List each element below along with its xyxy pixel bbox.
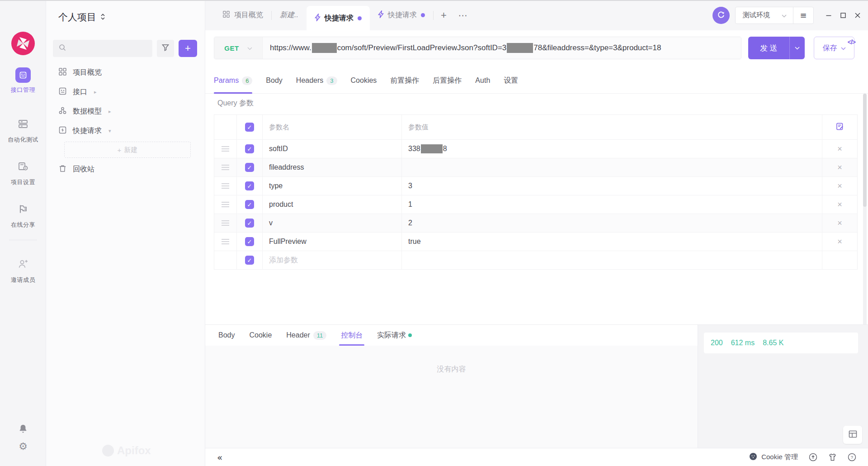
cookie-icon <box>749 452 757 462</box>
tab-response-header[interactable]: Header 11 <box>286 325 326 346</box>
param-name-cell[interactable]: type <box>263 177 402 195</box>
sidebar-item-data-models[interactable]: 数据模型 ▸ <box>46 102 205 121</box>
rail-item-automation-test[interactable]: 自动化测试 <box>0 117 46 144</box>
param-value-cell[interactable]: 1 <box>402 195 822 214</box>
environment-select[interactable]: 测试环境 <box>736 7 793 24</box>
param-name-cell[interactable]: softID <box>263 140 402 158</box>
row-checkbox[interactable]: ✓ <box>245 256 254 265</box>
maximize-button[interactable] <box>839 11 847 19</box>
param-name-cell[interactable]: FullPreview <box>263 233 402 251</box>
rail-item-online-share[interactable]: 在线分享 <box>0 202 46 229</box>
sidebar-item-apis[interactable]: 接口 ▸ <box>46 82 205 102</box>
close-button[interactable] <box>854 11 862 19</box>
drag-handle[interactable] <box>214 214 237 232</box>
param-value-cell[interactable]: true <box>402 233 822 251</box>
tab-headers[interactable]: Headers 3 <box>296 68 337 93</box>
tab-new[interactable]: 新建.. <box>272 0 307 30</box>
add-new-button[interactable]: + <box>179 40 197 57</box>
tab-cookies[interactable]: Cookies <box>351 68 377 93</box>
drag-handle[interactable] <box>214 233 237 251</box>
param-name-cell[interactable]: v <box>263 214 402 232</box>
tab-actual-request[interactable]: 实际请求 <box>377 325 412 346</box>
add-value-cell[interactable] <box>402 251 822 269</box>
tab-project-overview[interactable]: 项目概览 <box>214 0 271 30</box>
delete-row-icon[interactable]: × <box>837 163 842 171</box>
cookie-manager-button[interactable]: Cookie 管理 <box>749 452 798 462</box>
tab-pre-processors[interactable]: 前置操作 <box>390 68 419 93</box>
tab-response-cookie[interactable]: Cookie <box>249 325 272 346</box>
drag-handle[interactable] <box>214 158 237 176</box>
scrollbar-thumb[interactable] <box>863 94 867 207</box>
tab-response-body[interactable]: Body <box>218 325 235 346</box>
row-checkbox[interactable]: ✓ <box>245 181 254 190</box>
delete-row-icon[interactable]: × <box>837 182 842 190</box>
filter-button[interactable] <box>157 40 174 57</box>
send-dropdown[interactable] <box>789 37 805 59</box>
search-input[interactable] <box>53 40 152 57</box>
new-request-button[interactable]: + 新建 <box>64 142 191 158</box>
tab-settings[interactable]: 设置 <box>504 68 518 93</box>
param-value: true <box>408 238 421 246</box>
bulk-edit-icon[interactable] <box>835 122 844 132</box>
drag-handle[interactable] <box>214 195 237 214</box>
settings-button[interactable]: ⚙ <box>0 442 46 452</box>
row-check-cell: ✓ <box>237 177 263 195</box>
help-button[interactable]: ? <box>848 453 856 461</box>
delete-row-icon[interactable]: × <box>837 145 842 153</box>
param-value-cell[interactable]: 2 <box>402 214 822 232</box>
drag-handle[interactable] <box>214 177 237 195</box>
rail-item-invite-member[interactable]: 邀请成员 <box>0 257 46 284</box>
sync-icon <box>717 10 726 21</box>
delete-row-icon[interactable]: × <box>837 200 842 209</box>
tab-auth[interactable]: Auth <box>475 68 490 93</box>
row-checkbox[interactable]: ✓ <box>245 237 254 246</box>
vertical-scrollbar[interactable] <box>863 94 867 349</box>
sync-button[interactable] <box>712 7 730 24</box>
tab-body[interactable]: Body <box>266 68 282 93</box>
apifox-logo[interactable] <box>10 31 36 56</box>
tab-quick-request-active[interactable]: 快捷请求 <box>307 6 370 30</box>
bottom-bar: « Cookie 管理 ? <box>205 448 868 466</box>
sidebar-item-project-overview[interactable]: 项目概览 <box>46 63 205 82</box>
environment-menu-button[interactable]: ≡ <box>793 7 813 24</box>
send-button[interactable]: 发 送 <box>748 37 805 59</box>
param-value-cell[interactable]: 3388 <box>402 140 822 158</box>
rail-item-project-settings[interactable]: 项目设置 <box>0 159 46 186</box>
project-switcher[interactable]: 个人项目 <box>58 11 105 24</box>
chevron-down-icon: ▾ <box>108 128 111 134</box>
delete-row-icon[interactable]: × <box>837 238 842 246</box>
collapse-panel-button[interactable]: « <box>217 452 222 463</box>
row-checkbox[interactable]: ✓ <box>245 200 254 209</box>
select-all-checkbox[interactable]: ✓ <box>245 123 254 132</box>
url-input[interactable]: https://www.com/soft/Preview/FirstLoadPr… <box>263 37 741 59</box>
tab-quick-request-2[interactable]: 快捷请求 <box>370 0 433 30</box>
upload-button[interactable] <box>809 453 817 461</box>
rail-item-api-management[interactable]: 接口管理 <box>0 67 46 94</box>
param-value-cell[interactable] <box>402 158 822 176</box>
param-name-cell[interactable]: product <box>263 195 402 214</box>
param-value-cell[interactable]: 3 <box>402 177 822 195</box>
tab-overflow-menu[interactable]: ⋯ <box>454 10 473 21</box>
row-checkbox[interactable]: ✓ <box>245 219 254 228</box>
param-name-cell[interactable]: fileaddress <box>263 158 402 176</box>
row-checkbox[interactable]: ✓ <box>245 144 254 153</box>
notifications-button[interactable] <box>0 423 46 436</box>
sidebar-item-quick-request[interactable]: 快捷请求 ▾ <box>46 121 205 141</box>
add-param-cell[interactable]: 添加参数 <box>263 251 402 269</box>
tab-params[interactable]: Params 6 <box>214 68 252 93</box>
new-tab-button[interactable]: + <box>434 10 454 21</box>
tab-console[interactable]: 控制台 <box>341 325 363 346</box>
code-view-icon[interactable]: </> <box>848 38 855 46</box>
sidebar-item-recycle-bin[interactable]: 回收站 <box>46 160 205 179</box>
layout-toggle-button[interactable] <box>843 426 862 444</box>
header-drag-cell <box>214 115 237 139</box>
delete-row-icon[interactable]: × <box>837 219 842 227</box>
minimize-button[interactable] <box>825 11 833 19</box>
theme-clothes-button[interactable] <box>828 453 837 461</box>
tab-post-processors[interactable]: 后置操作 <box>433 68 462 93</box>
drag-handle[interactable] <box>214 140 237 158</box>
url-part: 78&fileaddress=&type=3&product=18 <box>533 43 661 52</box>
api-management-icon <box>15 67 31 83</box>
method-select[interactable]: GET <box>214 37 263 59</box>
row-checkbox[interactable]: ✓ <box>245 163 254 172</box>
